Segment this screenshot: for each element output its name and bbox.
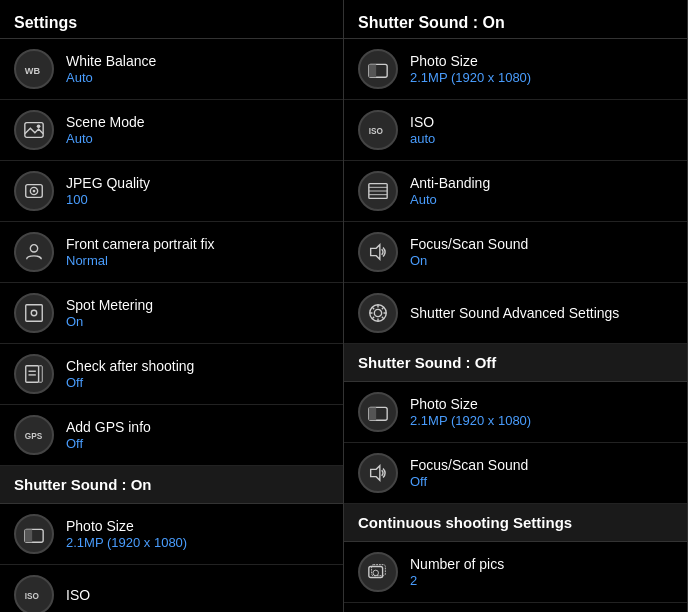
iso-left-item[interactable]: ISO ISO	[0, 565, 343, 612]
photo-size-r2-item[interactable]: Photo Size 2.1MP (1920 x 1080)	[344, 382, 687, 443]
left-header: Settings	[0, 0, 343, 39]
check-after-text: Check after shooting Off	[66, 358, 194, 390]
scene-mode-icon	[14, 110, 54, 150]
left-section2-header: Shutter Sound : On	[0, 466, 343, 504]
photo-size-r1-item[interactable]: Photo Size 2.1MP (1920 x 1080)	[344, 39, 687, 100]
photo-size-r2-icon	[358, 392, 398, 432]
scene-mode-text: Scene Mode Auto	[66, 114, 145, 146]
left-column: Settings WB White Balance Auto Scene Mod…	[0, 0, 344, 612]
svg-text:ISO: ISO	[25, 592, 40, 601]
add-gps-item[interactable]: GPS Add GPS info Off	[0, 405, 343, 466]
svg-point-8	[31, 310, 37, 316]
shutter-advanced-item[interactable]: Shutter Sound Advanced Settings	[344, 283, 687, 344]
focus-scan-r1-icon	[358, 232, 398, 272]
right-column: Shutter Sound : On Photo Size 2.1MP (192…	[344, 0, 688, 612]
photo-size-left-icon	[14, 514, 54, 554]
iso-r1-icon: ISO	[358, 110, 398, 150]
shutter-advanced-icon	[358, 293, 398, 333]
svg-point-5	[33, 190, 36, 193]
svg-point-32	[373, 570, 379, 576]
add-gps-icon: GPS	[14, 415, 54, 455]
focus-scan-r2-text: Focus/Scan Sound Off	[410, 457, 528, 489]
iso-left-icon: ISO	[14, 575, 54, 612]
num-pics-item[interactable]: Number of pics 2	[344, 542, 687, 603]
focus-scan-r1-text: Focus/Scan Sound On	[410, 236, 528, 268]
check-after-icon	[14, 354, 54, 394]
check-after-item[interactable]: Check after shooting Off	[0, 344, 343, 405]
photo-size-r1-text: Photo Size 2.1MP (1920 x 1080)	[410, 53, 531, 85]
focus-scan-r1-item[interactable]: Focus/Scan Sound On	[344, 222, 687, 283]
spot-metering-icon	[14, 293, 54, 333]
svg-rect-18	[369, 64, 376, 77]
front-camera-icon	[14, 232, 54, 272]
svg-point-26	[374, 309, 381, 316]
right-section2-header: Shutter Sound : Off	[344, 344, 687, 382]
front-camera-text: Front camera portrait fix Normal	[66, 236, 215, 268]
svg-rect-9	[26, 366, 39, 383]
svg-point-2	[37, 125, 41, 129]
white-balance-item[interactable]: WB White Balance Auto	[0, 39, 343, 100]
jpeg-quality-item[interactable]: JPEG Quality 100	[0, 161, 343, 222]
spot-metering-item[interactable]: Spot Metering On	[0, 283, 343, 344]
right-header: Shutter Sound : On	[344, 0, 687, 39]
svg-rect-28	[369, 407, 376, 420]
shutter-advanced-text: Shutter Sound Advanced Settings	[410, 305, 619, 321]
add-gps-text: Add GPS info Off	[66, 419, 151, 451]
jpeg-quality-icon	[14, 171, 54, 211]
num-pics-text: Number of pics 2	[410, 556, 504, 588]
photo-size-r2-text: Photo Size 2.1MP (1920 x 1080)	[410, 396, 531, 428]
anti-banding-text: Anti-Banding Auto	[410, 175, 490, 207]
jpeg-quality-text: JPEG Quality 100	[66, 175, 150, 207]
svg-rect-15	[25, 529, 32, 542]
focus-scan-r2-icon	[358, 453, 398, 493]
focus-scan-r2-item[interactable]: Focus/Scan Sound Off	[344, 443, 687, 504]
white-balance-text: White Balance Auto	[66, 53, 156, 85]
iso-r1-text: ISO auto	[410, 114, 435, 146]
svg-marker-24	[371, 245, 380, 260]
photo-size-r1-icon	[358, 49, 398, 89]
photo-size-left-item[interactable]: Photo Size 2.1MP (1920 x 1080)	[0, 504, 343, 565]
svg-point-6	[30, 245, 37, 252]
svg-text:ISO: ISO	[369, 127, 384, 136]
iso-r1-item[interactable]: ISO ISO auto	[344, 100, 687, 161]
photo-size-left-text: Photo Size 2.1MP (1920 x 1080)	[66, 518, 187, 550]
svg-text:GPS: GPS	[25, 432, 43, 441]
svg-rect-7	[26, 305, 43, 322]
anti-banding-icon	[358, 171, 398, 211]
anti-banding-item[interactable]: Anti-Banding Auto	[344, 161, 687, 222]
front-camera-item[interactable]: Front camera portrait fix Normal	[0, 222, 343, 283]
white-balance-icon: WB	[14, 49, 54, 89]
num-pics-icon	[358, 552, 398, 592]
scene-mode-item[interactable]: Scene Mode Auto	[0, 100, 343, 161]
svg-marker-29	[371, 466, 380, 481]
right-section3-header: Continuous shooting Settings	[344, 504, 687, 542]
svg-text:WB: WB	[25, 66, 41, 76]
spot-metering-text: Spot Metering On	[66, 297, 153, 329]
iso-left-text: ISO	[66, 587, 90, 604]
